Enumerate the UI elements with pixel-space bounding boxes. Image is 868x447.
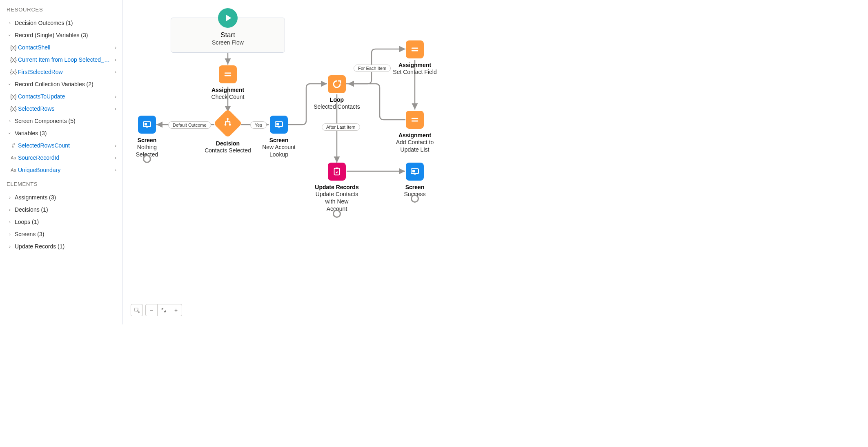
label-yes: Yes	[250, 121, 267, 129]
node-decision[interactable]: Decision Contacts Selected	[204, 113, 251, 154]
var-selected-rows[interactable]: {x} SelectedRows ›	[0, 103, 122, 115]
var-first-selected-row[interactable]: {x} FirstSelectedRow ›	[0, 66, 122, 78]
tree-loops[interactable]: › Loops (1)	[0, 216, 122, 228]
tree-update-records[interactable]: › Update Records (1)	[0, 240, 122, 253]
chevron-right-icon: ›	[7, 232, 13, 237]
zoom-fit-button[interactable]	[158, 304, 170, 316]
chevron-right-icon: ›	[113, 45, 118, 50]
assignment-icon	[219, 65, 237, 83]
svg-rect-19	[414, 174, 416, 175]
update-records-icon	[328, 163, 346, 181]
screen-icon	[406, 163, 424, 181]
play-icon	[218, 8, 238, 28]
chevron-right-icon: ›	[113, 94, 118, 99]
assignment-icon	[406, 40, 424, 58]
variable-icon: {x}	[9, 44, 18, 51]
assignment-icon	[406, 111, 424, 129]
zoom-in-button[interactable]: +	[170, 304, 182, 316]
svg-rect-12	[412, 50, 418, 51]
tree-record-single-vars[interactable]: › Record (Single) Variables (3)	[0, 29, 122, 41]
var-unique-boundary[interactable]: Aa UniqueBoundary ›	[0, 164, 122, 176]
tree-decision-outcomes[interactable]: › Decision Outcomes (1)	[0, 17, 122, 29]
start-title: Start	[220, 31, 235, 39]
chevron-right-icon: ›	[7, 118, 13, 123]
node-loop[interactable]: Loop Selected Contacts	[313, 75, 361, 110]
chevron-right-icon: ›	[113, 69, 118, 74]
svg-rect-11	[412, 47, 418, 49]
tree-decisions[interactable]: › Decisions (1)	[0, 203, 122, 216]
svg-rect-13	[412, 118, 418, 119]
screen-icon	[270, 116, 288, 134]
svg-rect-7	[146, 127, 148, 128]
node-add-to-list[interactable]: Assignment Add Contact to Update List	[394, 111, 436, 153]
variable-icon: {x}	[9, 69, 18, 75]
variable-icon: {x}	[9, 93, 18, 100]
chevron-right-icon: ›	[7, 244, 13, 249]
var-current-item[interactable]: {x} Current Item from Loop Selected_Co… …	[0, 54, 122, 66]
variable-icon: {x}	[9, 56, 18, 63]
svg-point-2	[225, 124, 227, 126]
var-contacts-to-update[interactable]: {x} ContactsToUpdate ›	[0, 90, 122, 103]
node-success[interactable]: Screen Success	[402, 163, 427, 203]
number-icon: #	[9, 142, 18, 149]
loop-icon	[328, 75, 346, 93]
elements-header: ELEMENTS	[0, 180, 122, 191]
svg-rect-1	[225, 75, 231, 76]
var-source-record-id[interactable]: Aa SourceRecordId ›	[0, 152, 122, 164]
canvas-toolbar: − +	[131, 304, 182, 316]
label-for-each: For Each Item	[354, 65, 391, 72]
chevron-right-icon: ›	[113, 143, 118, 148]
decision-icon	[214, 109, 243, 138]
chevron-right-icon: ›	[7, 207, 13, 212]
node-set-contact-field[interactable]: Assignment Set Contact Field	[392, 40, 438, 76]
screen-icon	[138, 116, 156, 134]
tree-screens[interactable]: › Screens (3)	[0, 228, 122, 240]
chevron-right-icon: ›	[113, 168, 118, 172]
svg-rect-18	[412, 170, 415, 172]
chevron-right-icon: ›	[7, 219, 13, 224]
label-default-outcome: Default Outcome	[168, 121, 211, 129]
sidebar: RESOURCES › Decision Outcomes (1) › Reco…	[0, 0, 122, 324]
svg-rect-9	[276, 123, 279, 125]
var-selected-rows-count[interactable]: # SelectedRowsCount ›	[0, 139, 122, 152]
chevron-right-icon: ›	[7, 20, 13, 25]
variable-icon: {x}	[9, 105, 18, 112]
start-node[interactable]: Start Screen Flow	[171, 18, 285, 53]
var-contact-shell[interactable]: {x} ContactShell ›	[0, 41, 122, 54]
select-tool-button[interactable]	[131, 304, 143, 316]
label-after-last: After Last Item	[322, 123, 360, 131]
svg-rect-6	[145, 123, 147, 125]
resources-header: RESOURCES	[0, 6, 122, 17]
svg-rect-10	[278, 127, 280, 128]
flow-canvas[interactable]: Start Screen Flow Assignment Check Count…	[122, 0, 632, 324]
node-nothing-selected[interactable]: Screen Nothing Selected	[125, 116, 169, 163]
chevron-right-icon: ›	[113, 155, 118, 160]
text-icon: Aa	[9, 155, 18, 160]
chevron-down-icon: ›	[7, 81, 12, 87]
chevron-right-icon: ›	[113, 106, 118, 111]
zoom-out-button[interactable]: −	[145, 304, 158, 316]
node-check-count[interactable]: Assignment Check Count	[210, 65, 245, 101]
chevron-right-icon: ›	[7, 195, 13, 200]
svg-point-4	[227, 118, 229, 120]
tree-record-collection-vars[interactable]: › Record Collection Variables (2)	[0, 78, 122, 90]
chevron-down-icon: ›	[7, 32, 12, 38]
tree-screen-components[interactable]: › Screen Components (5)	[0, 115, 122, 127]
node-update-records[interactable]: Update Records Update Contacts with New …	[314, 163, 359, 218]
svg-rect-14	[412, 121, 418, 122]
svg-rect-16	[336, 168, 338, 169]
svg-rect-0	[225, 72, 231, 74]
text-icon: Aa	[9, 168, 18, 172]
node-new-account-lookup[interactable]: Screen New Account Lookup	[261, 116, 296, 158]
tree-variables[interactable]: › Variables (3)	[0, 127, 122, 139]
svg-point-3	[229, 124, 231, 126]
chevron-right-icon: ›	[113, 57, 118, 62]
tree-assignments[interactable]: › Assignments (3)	[0, 191, 122, 203]
chevron-down-icon: ›	[7, 130, 12, 136]
start-subtitle: Screen Flow	[212, 39, 244, 46]
